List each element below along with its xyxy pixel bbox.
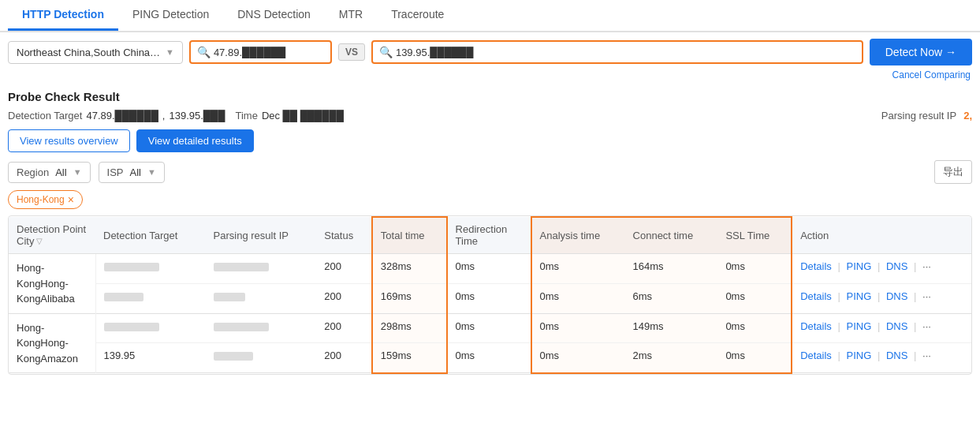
action-sep-2b3: | bbox=[914, 350, 916, 361]
ping-link-1a[interactable]: PING bbox=[847, 260, 872, 272]
view-buttons: View results overview View detailed resu… bbox=[8, 129, 972, 152]
sort-icon: ▽ bbox=[36, 237, 43, 245]
dns-link-2a[interactable]: DNS bbox=[886, 320, 907, 332]
action-cell-1b: Details | PING | DNS | ··· bbox=[792, 283, 971, 313]
probe-section: Probe Check Result Detection Target 47.8… bbox=[0, 84, 980, 375]
detection-info-row: Detection Target 47.89.██████ , 139.95.█… bbox=[8, 110, 972, 122]
action-cell-2a: Details | PING | DNS | ··· bbox=[792, 313, 971, 342]
isp-filter[interactable]: ISP All ▼ bbox=[99, 162, 165, 183]
action-sep-2a2: | bbox=[878, 320, 880, 332]
status-cell-1a: 200 bbox=[316, 254, 372, 284]
hong-kong-tag[interactable]: Hong-Kong × bbox=[8, 190, 83, 209]
city-cell-2: Hong- KongHong- KongAmazon bbox=[9, 313, 95, 373]
total-time-cell-2a: 298ms bbox=[372, 313, 447, 342]
connect-time-cell-2a: 149ms bbox=[625, 313, 718, 342]
ssl-time-cell-1a: 0ms bbox=[717, 254, 792, 284]
action-cell-1a: Details | PING | DNS | ··· bbox=[792, 254, 971, 284]
connect-time-cell-1b: 6ms bbox=[625, 283, 718, 313]
status-cell-1b: 200 bbox=[316, 283, 372, 313]
results-table: Detection Point City ▽ Detection Target … bbox=[9, 216, 971, 374]
isp-filter-label: ISP bbox=[107, 166, 124, 178]
table-row: 200 169ms 0ms 0ms 6ms 0ms Details | PING… bbox=[9, 283, 971, 313]
parsing-ip-cell-2b bbox=[206, 342, 317, 372]
ip2-input[interactable] bbox=[396, 47, 522, 58]
region-filter-label: Region bbox=[17, 166, 49, 178]
ping-link-1b[interactable]: PING bbox=[847, 290, 872, 302]
action-sep-3b: | bbox=[914, 290, 916, 302]
view-detailed-button[interactable]: View detailed results bbox=[136, 129, 254, 152]
dns-link-2b[interactable]: DNS bbox=[886, 350, 907, 361]
analysis-time-cell-1b: 0ms bbox=[531, 283, 625, 313]
search-icon-2: 🔍 bbox=[379, 46, 393, 58]
ip1-input[interactable] bbox=[214, 47, 324, 58]
action-sep-2a3: | bbox=[914, 320, 916, 332]
detection-comma: , bbox=[162, 110, 166, 122]
details-link-1b[interactable]: Details bbox=[800, 290, 832, 302]
action-cell-2b: Details | PING | DNS | ··· bbox=[792, 342, 971, 372]
vs-badge: VS bbox=[338, 43, 365, 61]
tab-dns[interactable]: DNS Detection bbox=[223, 0, 325, 31]
view-overview-button[interactable]: View results overview bbox=[8, 129, 130, 152]
col-header-analysis-time: Analysis time bbox=[531, 217, 625, 254]
analysis-time-cell-1a: 0ms bbox=[531, 254, 625, 284]
total-time-cell-1b: 169ms bbox=[372, 283, 447, 313]
redirect-time-cell-2b: 0ms bbox=[447, 342, 531, 372]
ip2-search-box[interactable]: 🔍 bbox=[371, 40, 863, 64]
dns-link-1a[interactable]: DNS bbox=[886, 260, 907, 272]
parsing-value: 2, bbox=[963, 110, 972, 122]
parsing-label: Parsing result IP bbox=[881, 110, 956, 122]
tab-http[interactable]: HTTP Detection bbox=[8, 0, 118, 31]
isp-filter-chevron-icon: ▼ bbox=[147, 167, 156, 177]
detection-ip1: 47.89.██████ bbox=[86, 110, 158, 122]
more-action-2b[interactable]: ··· bbox=[922, 350, 931, 361]
ip1-search-box[interactable]: 🔍 bbox=[189, 40, 332, 64]
connect-time-cell-1a: 164ms bbox=[625, 254, 718, 284]
export-button[interactable]: 导出 bbox=[934, 160, 972, 184]
table-row: 139.95 200 159ms 0ms 0ms 2ms 0ms Details… bbox=[9, 342, 971, 372]
target-cell-1b bbox=[95, 283, 206, 313]
action-sep-2b: | bbox=[878, 290, 880, 302]
region-filter[interactable]: Region All ▼ bbox=[8, 162, 91, 183]
region-filter-chevron-icon: ▼ bbox=[73, 167, 82, 177]
analysis-time-cell-2a: 0ms bbox=[531, 313, 625, 342]
action-sep-3a: | bbox=[914, 260, 916, 272]
dns-link-1b[interactable]: DNS bbox=[886, 290, 907, 302]
action-sep-1a: | bbox=[838, 260, 840, 272]
action-sep-2b1: | bbox=[838, 350, 840, 361]
tab-bar: HTTP Detection PING Detection DNS Detect… bbox=[0, 0, 980, 32]
ssl-time-cell-2a: 0ms bbox=[717, 313, 792, 342]
region-filter-value: All bbox=[55, 166, 66, 178]
action-sep-1b: | bbox=[838, 290, 840, 302]
more-action-1a[interactable]: ··· bbox=[922, 260, 931, 272]
isp-filter-value: All bbox=[130, 166, 141, 178]
redirect-time-cell-1b: 0ms bbox=[447, 283, 531, 313]
details-link-2b[interactable]: Details bbox=[800, 350, 832, 361]
tag-close-icon[interactable]: × bbox=[68, 193, 74, 206]
region-value: Northeast China,South China,North China,… bbox=[17, 47, 162, 58]
ping-link-2a[interactable]: PING bbox=[847, 320, 872, 332]
col-header-city: Detection Point City ▽ bbox=[9, 217, 95, 254]
details-link-1a[interactable]: Details bbox=[800, 260, 832, 272]
action-sep-2b2: | bbox=[878, 350, 880, 361]
col-header-connect-time: Connect time bbox=[625, 217, 718, 254]
action-sep-2a1: | bbox=[838, 320, 840, 332]
total-time-cell-2b: 159ms bbox=[372, 342, 447, 372]
ping-link-2b[interactable]: PING bbox=[847, 350, 872, 361]
tab-ping[interactable]: PING Detection bbox=[118, 0, 223, 31]
col-header-action: Action bbox=[792, 217, 971, 254]
more-action-2a[interactable]: ··· bbox=[922, 320, 931, 332]
col-header-parsing-ip: Parsing result IP bbox=[206, 217, 317, 254]
tab-mtr[interactable]: MTR bbox=[325, 0, 377, 31]
parsing-ip-cell-1a bbox=[206, 254, 317, 284]
status-cell-2a: 200 bbox=[316, 313, 372, 342]
table-row: Hong- KongHong- KongAmazon 200 298ms 0ms bbox=[9, 313, 971, 342]
tab-traceroute[interactable]: Traceroute bbox=[377, 0, 458, 31]
col-header-total-time: Total time bbox=[372, 217, 447, 254]
parsing-ip-cell-1b bbox=[206, 283, 317, 313]
details-link-2a[interactable]: Details bbox=[800, 320, 832, 332]
more-action-1b[interactable]: ··· bbox=[922, 290, 931, 302]
region-selector[interactable]: Northeast China,South China,North China,… bbox=[8, 41, 183, 64]
detect-now-button[interactable]: Detect Now → bbox=[870, 39, 972, 65]
cancel-comparing-link[interactable]: Cancel Comparing bbox=[0, 69, 980, 80]
col-header-ssl-time: SSL Time bbox=[717, 217, 792, 254]
